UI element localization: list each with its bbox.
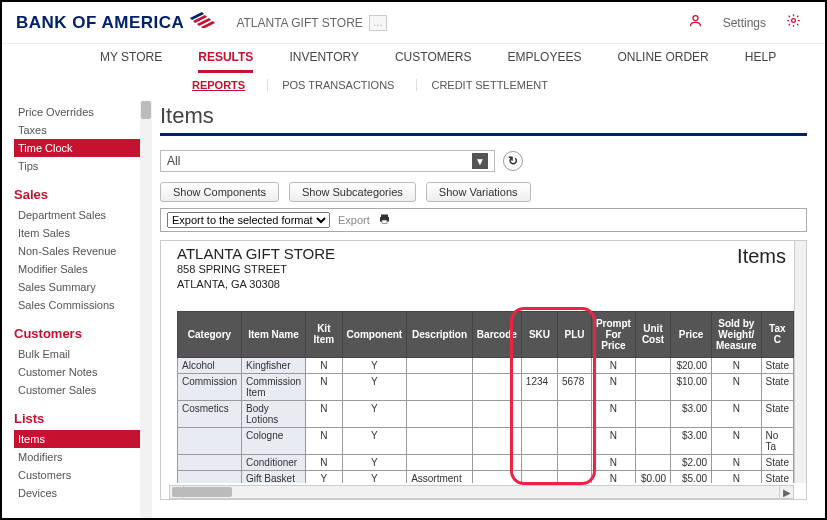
table-row: CologneNYN$3.00NNo Ta <box>178 427 794 454</box>
col-item-name: Item Name <box>242 311 306 357</box>
show-subcategories-button[interactable]: Show Subcategories <box>289 182 416 202</box>
cell-tax: State <box>761 454 793 470</box>
sidebar-item-item-sales[interactable]: Item Sales <box>14 224 146 242</box>
cell-cost: $0.00 <box>635 470 670 483</box>
cell-desc <box>407 357 473 373</box>
table-row: CommissionCommission ItemNY12345678N$10.… <box>178 373 794 400</box>
report-title: Items <box>737 245 786 268</box>
show-components-button[interactable]: Show Components <box>160 182 279 202</box>
cell-bar <box>472 373 521 400</box>
cell-sbw: N <box>712 454 762 470</box>
nav-my-store[interactable]: MY STORE <box>100 50 162 73</box>
cell-sku <box>521 357 557 373</box>
cell-desc: Assortment of shampoos, conditioners, an… <box>407 470 473 483</box>
store-switch-button[interactable]: … <box>369 15 387 31</box>
subnav-reports[interactable]: REPORTS <box>192 79 245 91</box>
col-price: Price <box>671 311 712 357</box>
refresh-button[interactable]: ↻ <box>503 151 523 171</box>
export-format-select[interactable]: Export to the selected format <box>167 212 330 228</box>
cell-comp: Y <box>342 357 407 373</box>
sidebar-item-devices[interactable]: Devices <box>14 484 146 502</box>
cell-cost <box>635 400 670 427</box>
cell-cat <box>178 454 242 470</box>
cell-sku <box>521 454 557 470</box>
cell-sbw: N <box>712 400 762 427</box>
cell-pfp: N <box>591 427 635 454</box>
sidebar-item-taxes[interactable]: Taxes <box>14 121 146 139</box>
cell-desc <box>407 427 473 454</box>
nav-customers[interactable]: CUSTOMERS <box>395 50 471 73</box>
subnav-credit-settlement[interactable]: CREDIT SETTLEMENT <box>416 79 548 91</box>
sidebar-item-modifier-sales[interactable]: Modifier Sales <box>14 260 146 278</box>
cell-tax: State <box>761 400 793 427</box>
col-tax: Tax C <box>761 311 793 357</box>
cell-pfp: N <box>591 357 635 373</box>
store-name: ATLANTA GIFT STORE <box>236 16 362 30</box>
brand-name: BANK OF AMERICA <box>16 13 184 33</box>
nav-online-order[interactable]: ONLINE ORDER <box>617 50 708 73</box>
cell-kit: N <box>306 427 343 454</box>
report-table: Category Item Name Kit Item Component De… <box>177 311 794 483</box>
cell-cat: Commission <box>178 373 242 400</box>
cell-tax: State <box>761 373 793 400</box>
sidebar-item-tips[interactable]: Tips <box>14 157 146 175</box>
cell-pfp: N <box>591 470 635 483</box>
settings-link[interactable]: Settings <box>723 16 766 30</box>
brand: BANK OF AMERICA <box>16 12 218 33</box>
cell-plu <box>558 357 592 373</box>
table-header-row: Category Item Name Kit Item Component De… <box>178 311 794 357</box>
gear-icon[interactable] <box>786 13 801 32</box>
sidebar-item-items[interactable]: Items <box>14 430 146 448</box>
cell-price: $20.00 <box>671 357 712 373</box>
table-row: CosmeticsBody LotionsNYN$3.00NState <box>178 400 794 427</box>
nav-results[interactable]: RESULTS <box>198 50 253 73</box>
sidebar-scrollbar[interactable] <box>140 101 152 519</box>
sidebar-item-price-overrides[interactable]: Price Overrides <box>14 103 146 121</box>
cell-comp: Y <box>342 400 407 427</box>
nav-employees[interactable]: EMPLOYEES <box>507 50 581 73</box>
user-icon[interactable] <box>688 13 703 32</box>
cell-cat <box>178 470 242 483</box>
nav-help[interactable]: HELP <box>745 50 776 73</box>
col-category: Category <box>178 311 242 357</box>
export-link[interactable]: Export <box>338 214 370 226</box>
report-store: ATLANTA GIFT STORE <box>177 245 335 262</box>
sidebar-item-department-sales[interactable]: Department Sales <box>14 206 146 224</box>
sidebar-item-non-sales-revenue[interactable]: Non-Sales Revenue <box>14 242 146 260</box>
sidebar-item-customer-notes[interactable]: Customer Notes <box>14 363 146 381</box>
show-variations-button[interactable]: Show Variations <box>426 182 531 202</box>
cell-kit: N <box>306 454 343 470</box>
cell-comp: Y <box>342 373 407 400</box>
cell-desc <box>407 373 473 400</box>
subnav-pos-transactions[interactable]: POS TRANSACTIONS <box>267 79 394 91</box>
cell-pfp: N <box>591 373 635 400</box>
svg-rect-4 <box>382 220 387 224</box>
nav-inventory[interactable]: INVENTORY <box>289 50 359 73</box>
sidebar-item-modifiers[interactable]: Modifiers <box>14 448 146 466</box>
cell-kit: Y <box>306 470 343 483</box>
cell-sbw: N <box>712 427 762 454</box>
scroll-right-icon[interactable]: ▶ <box>779 486 793 498</box>
cell-name: Kingfisher <box>242 357 306 373</box>
col-component: Component <box>342 311 407 357</box>
cell-plu <box>558 470 592 483</box>
report-hscroll[interactable]: ◀ ▶ <box>169 485 794 499</box>
cell-name: Body Lotions <box>242 400 306 427</box>
report-addr1: 858 SPRING STREET <box>177 262 335 277</box>
cell-cost <box>635 454 670 470</box>
sidebar-item-customer-sales[interactable]: Customer Sales <box>14 381 146 399</box>
cell-name: Gift Basket <box>242 470 306 483</box>
page-title: Items <box>160 103 807 129</box>
svg-point-0 <box>693 16 698 21</box>
cell-bar <box>472 400 521 427</box>
filter-select[interactable]: All ▼ <box>160 150 495 172</box>
sidebar-item-sales-commissions[interactable]: Sales Commissions <box>14 296 146 314</box>
report-vscroll[interactable] <box>794 241 806 483</box>
sidebar-item-sales-summary[interactable]: Sales Summary <box>14 278 146 296</box>
print-icon[interactable] <box>378 213 391 228</box>
cell-cost <box>635 373 670 400</box>
sub-nav: REPORTS POS TRANSACTIONS CREDIT SETTLEME… <box>2 73 825 99</box>
sidebar-item-time-clock[interactable]: Time Clock <box>14 139 146 157</box>
sidebar-item-customers-list[interactable]: Customers <box>14 466 146 484</box>
sidebar-item-bulk-email[interactable]: Bulk Email <box>14 345 146 363</box>
